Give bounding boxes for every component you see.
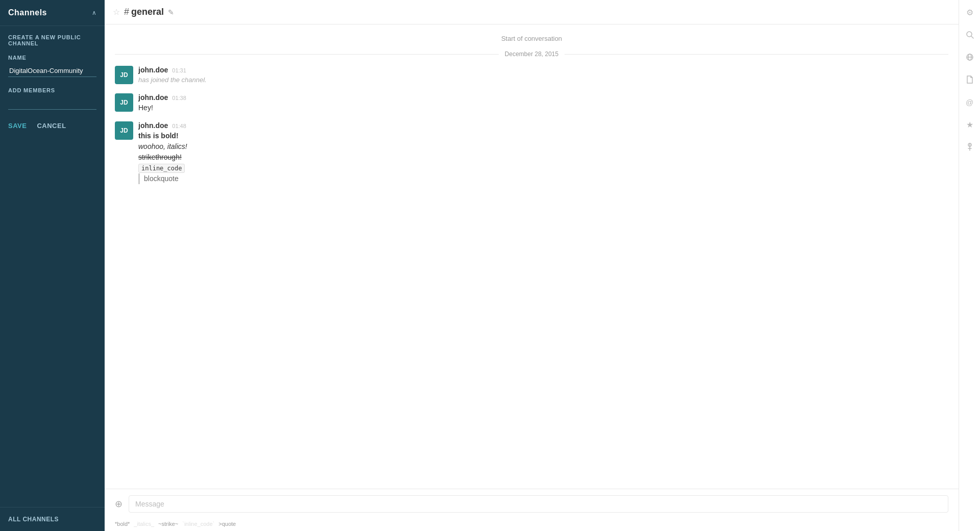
- message-time: 01:38: [172, 95, 186, 101]
- sidebar-footer: ALL CHANNELS: [0, 507, 105, 531]
- message-time: 01:31: [172, 67, 186, 73]
- globe-icon[interactable]: [963, 50, 977, 64]
- sidebar-toggle-button[interactable]: ∧: [92, 9, 96, 16]
- message-italic-text: woohoo, italics!: [138, 141, 948, 152]
- avatar: JD: [115, 121, 133, 140]
- message-header: john.doe 01:38: [138, 93, 948, 102]
- message-code-text: inline_code: [138, 163, 948, 173]
- settings-icon[interactable]: ⚙: [963, 5, 977, 19]
- pin-icon[interactable]: [963, 140, 977, 154]
- main-content: ☆ # general ✎ Start of conversation Dece…: [105, 0, 959, 531]
- sidebar-title: Channels: [8, 8, 47, 17]
- topbar: ☆ # general ✎: [105, 0, 959, 24]
- save-button[interactable]: SAVE: [8, 122, 27, 130]
- create-channel-label: CREATE A NEW PUBLIC CHANNEL: [8, 34, 96, 46]
- avatar: JD: [115, 66, 133, 84]
- message-author: john.doe: [138, 93, 168, 102]
- inline-code: inline_code: [138, 164, 185, 173]
- date-divider-line-left: [115, 54, 499, 55]
- svg-line-1: [971, 36, 973, 38]
- message-bold-text: this is bold!: [138, 131, 948, 141]
- quote-hint: >quote: [218, 521, 236, 527]
- upload-icon[interactable]: ⊕: [115, 498, 122, 510]
- date-divider: December 28, 2015: [115, 50, 948, 58]
- date-divider-text: December 28, 2015: [499, 50, 565, 58]
- avatar: JD: [115, 93, 133, 112]
- message-author: john.doe: [138, 121, 168, 130]
- message-group: JD john.doe 01:48 this is bold! woohoo, …: [115, 121, 948, 184]
- format-hints-bar: *bold* _italics_ ~strike~ `inline_code` …: [105, 519, 959, 531]
- right-sidebar: ⚙ @ ★: [959, 0, 980, 531]
- message-text: has joined the channel.: [138, 75, 948, 85]
- message-header: john.doe 01:31: [138, 66, 948, 74]
- add-members-label: ADD MEMBERS: [8, 87, 96, 93]
- message-content: john.doe 01:48 this is bold! woohoo, ita…: [138, 121, 948, 184]
- form-actions: SAVE CANCEL: [8, 122, 96, 130]
- sidebar: Channels ∧ CREATE A NEW PUBLIC CHANNEL N…: [0, 0, 105, 531]
- message-input[interactable]: [129, 495, 948, 513]
- message-time: 01:48: [172, 123, 186, 129]
- sidebar-header: Channels ∧: [0, 0, 105, 26]
- all-channels-link[interactable]: ALL CHANNELS: [8, 516, 96, 523]
- create-channel-form: CREATE A NEW PUBLIC CHANNEL NAME ADD MEM…: [0, 26, 105, 275]
- channel-name-header: general: [131, 7, 164, 17]
- hash-icon: #: [124, 7, 129, 17]
- message-header: john.doe 01:48: [138, 121, 948, 130]
- message-text: Hey!: [138, 103, 948, 113]
- members-input[interactable]: [8, 97, 96, 110]
- channel-name-input[interactable]: [8, 65, 96, 77]
- strike-hint: ~strike~: [158, 521, 178, 527]
- messages-area: Start of conversation December 28, 2015 …: [105, 24, 959, 489]
- edit-channel-icon[interactable]: ✎: [168, 8, 174, 16]
- message-strike-text: strikethrough!: [138, 152, 948, 163]
- message-author: john.doe: [138, 66, 168, 74]
- at-icon[interactable]: @: [963, 95, 977, 109]
- bold-hint: *bold*: [115, 521, 130, 527]
- file-icon[interactable]: [963, 72, 977, 87]
- start-of-conversation: Start of conversation: [115, 35, 948, 42]
- favorite-star-icon[interactable]: ☆: [113, 7, 120, 17]
- date-divider-line-right: [565, 54, 948, 55]
- star-filled-icon[interactable]: ★: [963, 117, 977, 132]
- name-label: NAME: [8, 55, 96, 61]
- message-input-area: ⊕: [105, 489, 959, 519]
- message-group: JD john.doe 01:31 has joined the channel…: [115, 66, 948, 85]
- message-blockquote-text: blockquote: [138, 173, 948, 184]
- message-content: john.doe 01:31 has joined the channel.: [138, 66, 948, 85]
- search-icon[interactable]: [963, 28, 977, 42]
- message-content: john.doe 01:38 Hey!: [138, 93, 948, 113]
- message-group: JD john.doe 01:38 Hey!: [115, 93, 948, 113]
- cancel-button[interactable]: CANCEL: [37, 122, 66, 130]
